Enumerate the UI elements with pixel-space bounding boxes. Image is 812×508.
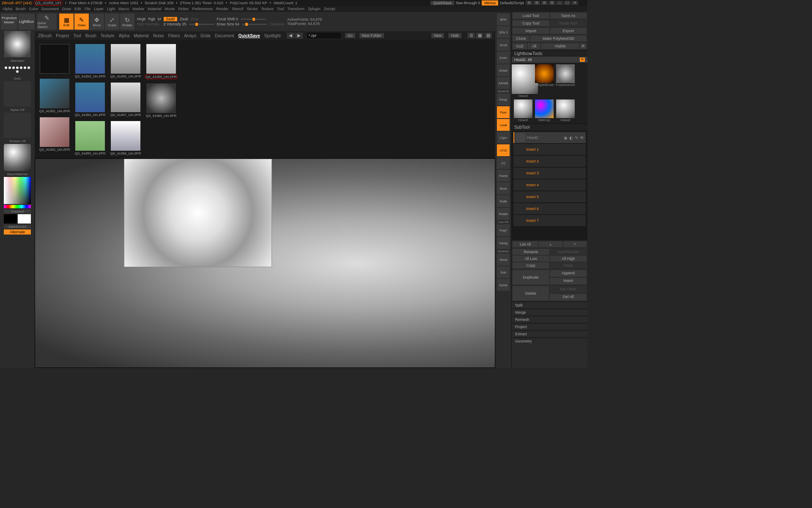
thumb-item[interactable]: QS_41056_UH.ZPR <box>110 44 141 78</box>
menu-stencil[interactable]: Stencil <box>232 7 243 11</box>
thumb-item[interactable]: QS_41053_UH.ZPR <box>74 44 106 78</box>
scale-button[interactable]: ⤢Scale <box>105 14 119 30</box>
gradient-label[interactable]: Gradient <box>4 210 31 213</box>
load-tool-button[interactable]: Load Tool <box>513 13 549 19</box>
del-other-button[interactable]: Del Other <box>550 286 587 293</box>
tool-thumb[interactable]: PolyMesh3D <box>556 64 575 98</box>
rtool-transp[interactable]: Transp <box>497 237 510 249</box>
list-all-button[interactable]: List All <box>513 241 538 247</box>
subtool-item[interactable]: Insert 1 <box>513 144 586 155</box>
menu-material[interactable]: Material <box>148 7 161 11</box>
menus-button[interactable]: Menus <box>482 0 498 6</box>
subtool-item[interactable]: Insert 3 <box>513 168 586 179</box>
alternate-button[interactable]: Alternate <box>4 229 31 235</box>
allhigh-button[interactable]: All High <box>550 256 587 262</box>
alllow-button[interactable]: All Low <box>513 256 549 262</box>
menu-zscript[interactable]: Zscript <box>324 7 335 11</box>
view-large-icon[interactable]: ▤ <box>484 33 492 39</box>
subtool-item[interactable]: Insert 4 <box>513 179 586 190</box>
lightbox-tab-grids[interactable]: Grids <box>200 33 211 38</box>
rtool-scroll[interactable]: Scroll <box>497 39 510 51</box>
subtool-toggle-icon[interactable]: 👁 <box>580 135 584 140</box>
lightbox-tab-arrays[interactable]: Arrays <box>184 33 196 38</box>
rtool-spix3[interactable]: SPix 3 <box>497 26 510 38</box>
subtool-item[interactable]: Insert 7 <box>513 215 586 226</box>
move-button[interactable]: ✥Move <box>90 14 104 30</box>
lightbox-tab-brush[interactable]: Brush <box>85 33 96 38</box>
subtool-item[interactable]: Insert 2 <box>513 156 586 167</box>
go-button[interactable]: Go <box>345 33 355 38</box>
reference-image[interactable] <box>124 159 272 267</box>
rtool-rotate[interactable]: Rotate <box>497 208 510 220</box>
goz-button[interactable]: GoZ <box>513 43 527 49</box>
canvas[interactable] <box>35 158 495 368</box>
autoreorder-button[interactable]: AutoReorder <box>550 249 587 255</box>
arrow-up-icon[interactable]: ▲ <box>539 241 562 247</box>
tool-thumb[interactable]: Head2 <box>513 99 533 122</box>
rtool-lsym[interactable]: LSym <box>497 132 510 144</box>
thumb-item[interactable]: QS_41057_UH.ZPR <box>110 83 141 117</box>
dock-icon[interactable]: ⊟ <box>526 1 532 5</box>
lightbox-filter-input[interactable] <box>307 33 341 39</box>
rtool-actual[interactable]: Actual <box>497 64 510 76</box>
draw-button[interactable]: ✎Draw <box>74 14 89 30</box>
dock-icon[interactable]: ⊟ <box>533 1 540 5</box>
menu-texture[interactable]: Texture <box>261 7 274 11</box>
thumb-item[interactable]: QS_41052_UH.ZPR <box>39 117 70 152</box>
section-split[interactable]: Split <box>512 301 587 309</box>
new-button[interactable]: New <box>431 33 444 38</box>
rtool-frame[interactable]: Frame <box>497 170 510 182</box>
view-grid-icon[interactable]: ▦ <box>476 33 483 39</box>
goz-all-button[interactable]: All <box>528 43 540 49</box>
section-extract[interactable]: Extract <box>512 330 587 337</box>
view-list-icon[interactable]: ☰ <box>467 33 475 39</box>
lightbox-tab-alpha[interactable]: Alpha <box>119 33 130 38</box>
hue-bar[interactable] <box>4 205 31 208</box>
lightbox-tab-quicksave[interactable]: QuickSave <box>239 33 260 38</box>
arrow-down-icon[interactable]: ▼ <box>563 241 587 247</box>
zadd-button[interactable]: Zadd <box>164 17 178 21</box>
menu-light[interactable]: Light <box>107 7 115 11</box>
rotate-button[interactable]: ↻Rotate <box>120 14 134 30</box>
lightbox-tab-tool[interactable]: Tool <box>73 33 81 38</box>
stroke-swatch[interactable] <box>4 64 31 75</box>
close-icon[interactable]: ✕ <box>571 1 578 5</box>
lightbox-tab-project[interactable]: Project <box>56 33 69 38</box>
rtool-persp[interactable]: Persp <box>497 94 510 105</box>
section-project[interactable]: Project <box>512 323 587 330</box>
lightbox-tab-fibers[interactable]: Fibers <box>168 33 180 38</box>
lightbox-button[interactable]: LightBox <box>18 14 35 30</box>
section-geometry[interactable]: Geometry <box>512 337 587 345</box>
section-merge[interactable]: Merge <box>512 309 587 316</box>
subtool-item[interactable]: Insert 5 <box>513 191 586 202</box>
copy-subtool-button[interactable]: Copy <box>513 262 549 268</box>
menu-alpha[interactable]: Alpha <box>3 7 12 11</box>
subtool-toggle-icon[interactable]: ✎ <box>575 135 578 140</box>
rtool-local[interactable]: Local <box>497 119 510 131</box>
menu-color[interactable]: Color <box>29 7 38 11</box>
tool-thumb[interactable]: Head2 <box>513 64 533 98</box>
rtool-floor[interactable]: Floor <box>497 106 510 118</box>
menu-marker[interactable]: Marker <box>132 7 144 11</box>
rtool-xpose[interactable]: Xpose <box>497 279 510 291</box>
menu-draw[interactable]: Draw <box>62 7 71 11</box>
quicksave-button[interactable]: QuickSave <box>431 1 454 5</box>
color-picker[interactable] <box>4 177 31 204</box>
rtool-ghost[interactable]: Ghost <box>497 254 510 265</box>
lightbox-tab-document[interactable]: Document <box>215 33 234 38</box>
subtool-header[interactable]: SubTool <box>512 124 587 130</box>
menu-edit[interactable]: Edit <box>74 7 81 11</box>
tool-thumb[interactable]: MatCap <box>535 99 554 122</box>
lightbox-tab-noise[interactable]: Noise <box>153 33 164 38</box>
zintensity-slider[interactable] <box>189 24 214 25</box>
menu-tool[interactable]: Tool <box>277 7 284 11</box>
menu-document[interactable]: Document <box>41 7 59 11</box>
switch-label[interactable]: SwitchColor <box>4 225 31 229</box>
rename-button[interactable]: Rename <box>513 249 549 255</box>
export-button[interactable]: Export <box>550 28 587 34</box>
make-polymesh-button[interactable]: Make PolyMesh3D <box>530 36 587 41</box>
clone-button[interactable]: Clone <box>513 36 529 41</box>
menu-preferences[interactable]: Preferences <box>192 7 213 11</box>
thumb-item[interactable] <box>39 44 70 75</box>
delete-button[interactable]: Delete <box>513 286 549 301</box>
